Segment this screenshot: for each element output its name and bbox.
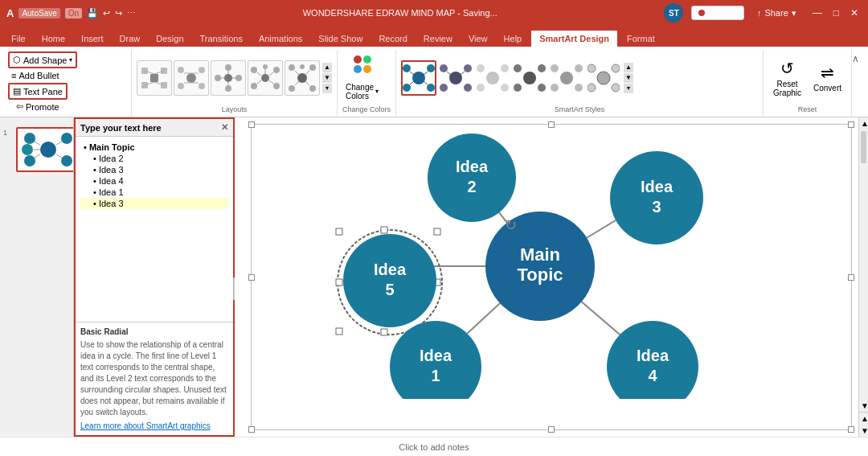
change-colors-dropdown[interactable]: ▾ [375, 88, 379, 95]
layout-thumb-1[interactable] [137, 60, 172, 96]
tab-draw[interactable]: Draw [112, 31, 149, 47]
scroll-extra-up[interactable]: ▲ [859, 412, 868, 425]
layout-scroll-down[interactable]: ▼ [322, 73, 332, 83]
svg-point-48 [412, 72, 425, 84]
ribbon-collapse[interactable]: ∧ [852, 50, 865, 117]
handle-ml[interactable] [248, 274, 255, 281]
share-label: Share [764, 8, 788, 18]
layout-thumb-3[interactable] [211, 60, 246, 96]
maximize-button[interactable]: □ [830, 7, 842, 18]
close-button[interactable]: ✕ [847, 7, 862, 18]
learn-more-link[interactable]: Learn more about SmartArt graphics [80, 421, 228, 430]
style-thumb-1[interactable] [401, 60, 436, 96]
promote-icon: ⇦ [16, 101, 23, 112]
autosave-toggle[interactable]: On [65, 8, 82, 18]
tab-design[interactable]: Design [148, 31, 191, 47]
scroll-thumb[interactable] [861, 131, 866, 163]
handle-tm[interactable] [548, 121, 555, 128]
redo-icon[interactable]: ↪ [115, 8, 122, 18]
text-pane-title: Type your text here [80, 123, 162, 133]
minimize-button[interactable]: — [809, 7, 825, 18]
create-graphic-content: ⬡ Add Shape ▾ ≡ Add Bullet ▤ Text Pane [8, 51, 77, 100]
styles-scroll-down[interactable]: ▼ [624, 73, 633, 83]
style-thumb-5[interactable] [549, 60, 584, 96]
tab-insert[interactable]: Insert [73, 31, 112, 47]
reset-graphic-button[interactable]: ↺ Reset Graphic [768, 55, 806, 101]
add-shape-dropdown[interactable]: ▾ [69, 56, 72, 64]
svg-point-86 [61, 133, 72, 144]
svg-text:Idea: Idea [456, 158, 489, 175]
tab-slideshow[interactable]: Slide Show [310, 31, 371, 47]
handle-tl[interactable] [248, 121, 255, 128]
style-thumb-2[interactable] [438, 60, 473, 96]
svg-point-13 [199, 83, 205, 89]
tab-animations[interactable]: Animations [251, 31, 310, 47]
slide-thumbnail[interactable] [16, 127, 74, 172]
change-colors-button[interactable]: ChangeColors ▾ [342, 52, 382, 104]
text-pane-close[interactable]: ✕ [221, 122, 228, 133]
add-bullet-icon: ≡ [11, 71, 16, 80]
record-button[interactable]: Record [691, 6, 743, 20]
svg-point-74 [560, 72, 573, 84]
promote-button[interactable]: ⇦ Promote [13, 100, 80, 113]
more-icon[interactable]: ⋯ [127, 8, 136, 18]
tab-home[interactable]: Home [34, 31, 73, 47]
styles-scroll-up[interactable]: ▲ [624, 63, 633, 72]
svg-point-83 [612, 84, 620, 92]
layout-scroll-more[interactable]: ▾ [322, 84, 332, 93]
layout-thumb-5[interactable] [285, 60, 320, 96]
smartart-styles-content: ▲ ▼ ▾ [401, 51, 633, 104]
tab-help[interactable]: Help [496, 31, 530, 47]
tab-format[interactable]: Format [619, 31, 663, 47]
smartart-styles-scroll: ▲ ▼ ▾ [624, 63, 633, 93]
tab-review[interactable]: Review [416, 31, 461, 47]
layout-scroll-up[interactable]: ▲ [322, 63, 332, 72]
change-colors-label: ChangeColors [346, 83, 374, 101]
svg-point-84 [40, 142, 56, 158]
share-button[interactable]: ↑ Share ▾ [749, 6, 805, 21]
svg-point-75 [551, 64, 559, 72]
add-bullet-button[interactable]: ≡ Add Bullet [8, 69, 63, 82]
handle-br[interactable] [848, 426, 854, 433]
record-dot [698, 10, 705, 16]
promote-label: Promote [26, 102, 59, 112]
save-icon[interactable]: 💾 [87, 8, 98, 18]
styles-scroll-more[interactable]: ▾ [624, 84, 633, 93]
style-thumb-6[interactable] [586, 60, 621, 96]
text-pane-button[interactable]: ▤ Text Pane [8, 83, 68, 100]
tab-view[interactable]: View [461, 31, 496, 47]
text-item-idea3-active[interactable]: • Idea 3 [80, 198, 228, 209]
share-dropdown-icon: ▾ [792, 8, 796, 18]
convert-button[interactable]: ⇌ Convert [809, 60, 846, 96]
canvas-scrollbar[interactable]: ▲ ▼ ▲ ▼ [858, 117, 868, 437]
svg-point-87 [24, 155, 35, 166]
handle-tr[interactable] [848, 121, 854, 128]
text-item-idea4: • Idea 4 [80, 175, 228, 187]
autosave-label: AutoSave [18, 8, 59, 18]
tab-record[interactable]: Record [371, 31, 415, 47]
handle-bl[interactable] [248, 426, 255, 433]
add-shape-label: Add Shape [23, 55, 67, 65]
layout-thumb-2[interactable] [174, 60, 209, 96]
scroll-extra-down[interactable]: ▼ [859, 425, 868, 437]
tab-transitions[interactable]: Transitions [192, 31, 251, 47]
handle-bm[interactable] [548, 426, 555, 433]
style-thumb-4[interactable] [512, 60, 547, 96]
text-pane-content[interactable]: • Main Topic • Idea 2 • Idea 3 • Idea 4 … [76, 137, 233, 322]
tab-smartart-design[interactable]: SmartArt Design [530, 29, 619, 47]
undo-icon[interactable]: ↩ [103, 8, 110, 18]
add-shape-button[interactable]: ⬡ Add Shape ▾ [8, 51, 77, 68]
canvas-area: Main Topic Idea 2 Idea 3 Idea 5 [235, 117, 868, 437]
scroll-up-btn[interactable]: ▲ [859, 117, 868, 129]
layout-thumb-4[interactable] [248, 60, 283, 96]
slide-panel: 1 [0, 117, 74, 437]
svg-line-47 [305, 81, 309, 85]
tab-file[interactable]: File [3, 31, 34, 47]
add-notes-bar[interactable]: Click to add notes [0, 437, 868, 456]
handle-mr[interactable] [848, 274, 854, 281]
style-thumb-3[interactable] [475, 60, 510, 96]
scroll-down-btn[interactable]: ▼ [859, 400, 868, 412]
svg-line-55 [410, 81, 414, 84]
layouts-group: ▲ ▼ ▾ Layouts [132, 50, 338, 117]
change-colors-group: ChangeColors ▾ Change Colors [338, 50, 396, 117]
